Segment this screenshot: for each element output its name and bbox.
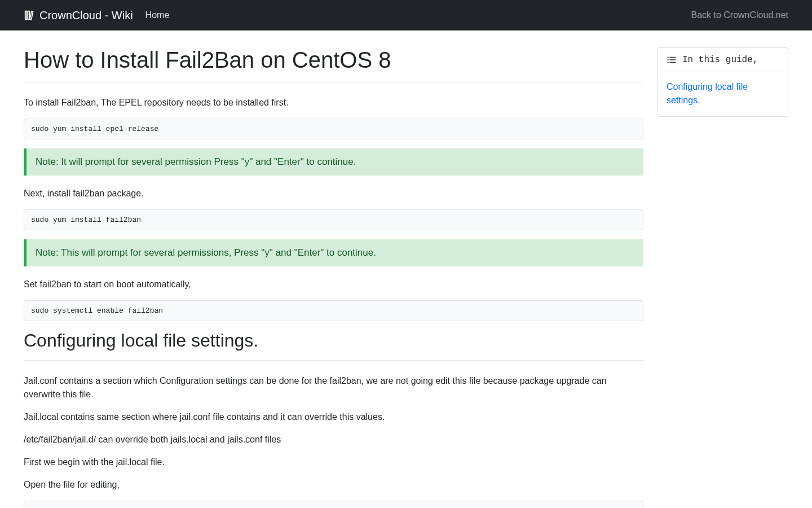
svg-rect-0 — [25, 11, 27, 20]
intro-paragraph: To install Fail2ban, The EPEL repository… — [24, 96, 643, 110]
toc-link-config[interactable]: Configuring local file settings. — [667, 80, 779, 107]
container: How to Install Fail2Ban on CentOS 8 To i… — [0, 30, 812, 508]
svg-rect-2 — [30, 11, 33, 20]
nav-back[interactable]: Back to CrownCloud.net — [691, 10, 788, 20]
code-block-enable: sudo systemctl enable fail2ban — [24, 300, 643, 321]
paragraph-install-fail2ban: Next, install fail2ban package. — [24, 187, 643, 200]
brand-link[interactable]: CrownCloud - Wiki — [24, 9, 133, 22]
books-icon — [24, 9, 36, 21]
paragraph-open: Open the file for editing, — [24, 478, 643, 492]
navbar: CrownCloud - Wiki Home Back to CrownClou… — [0, 0, 812, 30]
toc-sidebar: In this guide, Configuring local file se… — [657, 47, 788, 117]
note-1: Note: It will prompt for several permiss… — [24, 148, 643, 176]
code-block-install-fail2ban: sudo yum install fail2ban — [24, 209, 643, 230]
paragraph-jaillocal: Jail.local contains same section where j… — [24, 410, 643, 424]
title-divider — [24, 82, 643, 82]
svg-point-7 — [668, 60, 668, 60]
note-2: Note: This will prompt for several permi… — [24, 239, 643, 266]
paragraph-begin: First we begin with the jail.local file. — [24, 456, 643, 469]
main-content: How to Install Fail2Ban on CentOS 8 To i… — [24, 47, 643, 508]
toc-body: Configuring local file settings. — [657, 72, 788, 116]
svg-point-6 — [668, 57, 668, 58]
navbar-left: CrownCloud - Wiki Home — [24, 9, 169, 22]
toc-title: In this guide, — [682, 55, 758, 65]
section-divider — [24, 360, 643, 361]
nav-home[interactable]: Home — [145, 10, 170, 20]
brand-text: CrownCloud - Wiki — [39, 9, 133, 22]
section-heading-config: Configuring local file settings. — [24, 330, 643, 351]
svg-point-8 — [668, 62, 668, 63]
paragraph-jaild: /etc/fail2ban/jail.d/ can override both … — [24, 433, 643, 446]
toc-header: In this guide, — [657, 48, 788, 72]
code-block-epel: sudo yum install epel-release — [24, 119, 643, 139]
paragraph-jailconf: Jail.conf contains a section which Confi… — [24, 374, 643, 401]
paragraph-enable: Set fail2ban to start on boot automatica… — [24, 278, 643, 291]
page-title: How to Install Fail2Ban on CentOS 8 — [24, 47, 643, 73]
svg-rect-1 — [28, 11, 29, 20]
list-icon — [667, 55, 677, 65]
code-block-vi: sudo vi /etc/fail2ban/jail.local — [24, 501, 643, 508]
